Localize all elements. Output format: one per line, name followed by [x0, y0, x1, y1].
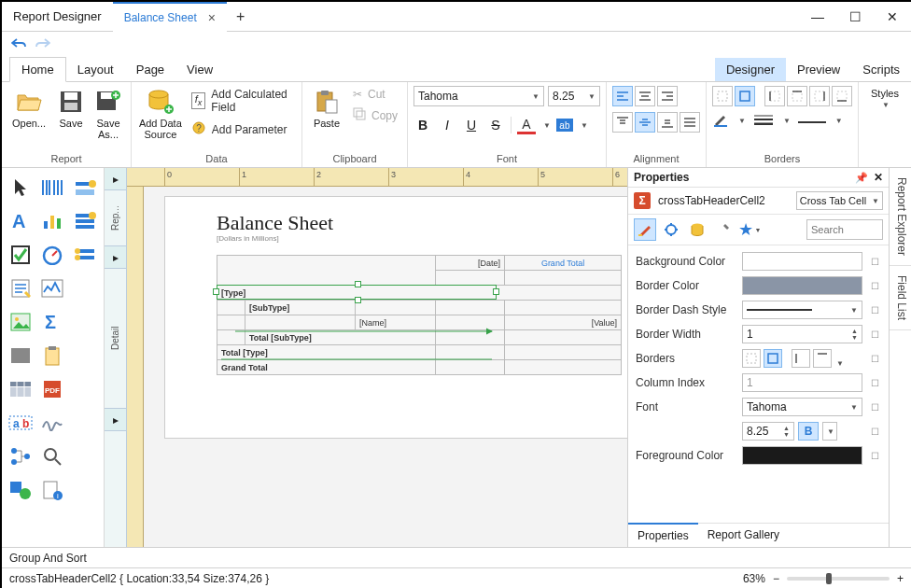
- appearance-category-icon[interactable]: [634, 218, 656, 241]
- new-tab-button[interactable]: +: [227, 8, 254, 25]
- checkbox-tool[interactable]: [6, 239, 35, 271]
- align-left-button[interactable]: [612, 86, 633, 106]
- border-bottom-button[interactable]: [832, 86, 852, 106]
- tab-page[interactable]: Page: [125, 58, 175, 81]
- document-tab[interactable]: Balance Sheet ×: [113, 2, 227, 32]
- add-calculated-field-button[interactable]: fx Add Calculated Field: [188, 86, 296, 116]
- redo-button[interactable]: [35, 38, 50, 49]
- close-window-button[interactable]: ✕: [874, 2, 911, 32]
- pdf-tool[interactable]: PDF: [37, 373, 67, 405]
- border-width-button[interactable]: [753, 114, 774, 128]
- maximize-button[interactable]: ☐: [836, 2, 874, 32]
- clipboard-tool[interactable]: [37, 340, 67, 371]
- italic-button[interactable]: I: [438, 116, 456, 134]
- strike-button[interactable]: S: [486, 116, 505, 134]
- chart-tool[interactable]: [37, 205, 67, 237]
- tab-properties[interactable]: Properties: [628, 523, 698, 547]
- undo-button[interactable]: [11, 38, 26, 49]
- unknown-tool-5[interactable]: [70, 407, 100, 439]
- character-tool[interactable]: ab: [6, 407, 35, 439]
- tab-field-list[interactable]: Field List: [890, 266, 911, 330]
- valign-bottom-button[interactable]: [657, 112, 678, 133]
- border-left-button[interactable]: [764, 86, 785, 106]
- font-size-select[interactable]: 8.25▼: [548, 86, 600, 106]
- group-sort-bar[interactable]: Group And Sort: [2, 547, 911, 567]
- report-title-label[interactable]: Balance Sheet: [217, 211, 333, 235]
- tab-layout[interactable]: Layout: [66, 58, 125, 81]
- stack-tool[interactable]: [70, 205, 100, 237]
- tab-scripts[interactable]: Scripts: [851, 58, 911, 81]
- band-toggle-icon[interactable]: ▸: [105, 168, 126, 190]
- data-category-icon[interactable]: [686, 218, 708, 241]
- report-info-tool[interactable]: i: [37, 474, 67, 506]
- underline-button[interactable]: U: [462, 116, 481, 134]
- open-button[interactable]: Open...: [7, 86, 50, 129]
- add-data-source-button[interactable]: Add Data Source: [137, 86, 184, 140]
- valign-top-button[interactable]: [612, 112, 633, 133]
- tab-report-explorer[interactable]: Report Explorer: [890, 168, 911, 266]
- paste-button[interactable]: Paste: [308, 86, 345, 129]
- pin-icon[interactable]: 📌: [855, 172, 868, 184]
- valign-middle-button[interactable]: [635, 112, 655, 133]
- zoom-out-button[interactable]: −: [773, 572, 779, 585]
- layout-tool[interactable]: [70, 172, 100, 203]
- richtext-tool[interactable]: [6, 273, 35, 304]
- font-family-select[interactable]: Tahoma▼: [413, 86, 544, 106]
- favorites-icon[interactable]: ★▼: [738, 218, 761, 241]
- pointer-tool[interactable]: [6, 172, 35, 203]
- behavior-category-icon[interactable]: [660, 218, 682, 241]
- band-toggle-icon[interactable]: ▸: [105, 246, 126, 269]
- tab-report-gallery[interactable]: Report Gallery: [698, 524, 789, 547]
- border-style-button[interactable]: [798, 115, 826, 128]
- tab-designer[interactable]: Designer: [715, 58, 786, 81]
- property-search-input[interactable]: [806, 219, 883, 240]
- save-button[interactable]: Save: [54, 86, 88, 129]
- border-top-button[interactable]: [787, 86, 807, 106]
- misc-category-icon[interactable]: [712, 218, 735, 241]
- zoom-slider[interactable]: [787, 577, 890, 581]
- band-toggle-icon[interactable]: ▸: [105, 409, 126, 431]
- object-type-select[interactable]: Cross Tab Cell▼: [796, 191, 883, 210]
- align-center-button[interactable]: [635, 86, 655, 106]
- table-tool[interactable]: [6, 373, 35, 405]
- save-as-button[interactable]: Save As...: [91, 86, 125, 140]
- styles-button[interactable]: Styles ▼: [864, 86, 905, 109]
- unknown-tool-4[interactable]: [70, 373, 100, 405]
- justify-button[interactable]: [680, 112, 700, 133]
- hierarchy-tool[interactable]: [6, 441, 35, 472]
- border-none-button[interactable]: [712, 86, 733, 106]
- close-tab-icon[interactable]: ×: [208, 10, 216, 25]
- border-right-button[interactable]: [809, 86, 830, 106]
- bold-button[interactable]: B: [413, 116, 432, 134]
- copy-button[interactable]: Copy: [349, 105, 401, 125]
- border-color-button[interactable]: [712, 112, 729, 130]
- signature-tool[interactable]: [37, 407, 67, 439]
- zoom-tool[interactable]: [37, 441, 67, 472]
- zoom-in-button[interactable]: +: [897, 572, 904, 585]
- chevron-down-icon[interactable]: ▼: [543, 121, 551, 130]
- sigma-tool[interactable]: Σ: [37, 306, 67, 338]
- image-tool[interactable]: [6, 306, 35, 338]
- band-detail-label[interactable]: Detail: [105, 269, 126, 409]
- unknown-tool-2[interactable]: [70, 306, 100, 338]
- close-panel-icon[interactable]: ✕: [874, 171, 883, 184]
- add-parameter-button[interactable]: ? Add Parameter: [188, 119, 296, 140]
- chevron-down-icon[interactable]: ▼: [581, 121, 588, 130]
- report-subtitle-label[interactable]: [Dollars in Millions]: [217, 234, 279, 243]
- minimize-button[interactable]: —: [799, 2, 836, 32]
- band-report-header-label[interactable]: Rep...: [105, 190, 126, 246]
- tab-preview[interactable]: Preview: [786, 58, 851, 81]
- report-page[interactable]: Balance Sheet [Dollars in Millions] [Dat…: [164, 196, 627, 439]
- highlight-button[interactable]: ab: [556, 119, 573, 132]
- crosstab-control[interactable]: [Date]Grand Total [Type] [SubType] [Name…: [217, 255, 622, 375]
- tab-home[interactable]: Home: [9, 57, 66, 82]
- barcode-tool[interactable]: [37, 172, 67, 203]
- unknown-tool-6[interactable]: [70, 441, 100, 472]
- cut-button[interactable]: ✂ Cut: [349, 86, 401, 103]
- border-all-button[interactable]: [735, 86, 755, 106]
- tab-view[interactable]: View: [175, 58, 224, 81]
- unknown-tool[interactable]: [70, 273, 100, 304]
- panel-tool[interactable]: [6, 340, 35, 371]
- shapes-tool[interactable]: [6, 474, 35, 506]
- font-color-button[interactable]: A: [517, 116, 536, 134]
